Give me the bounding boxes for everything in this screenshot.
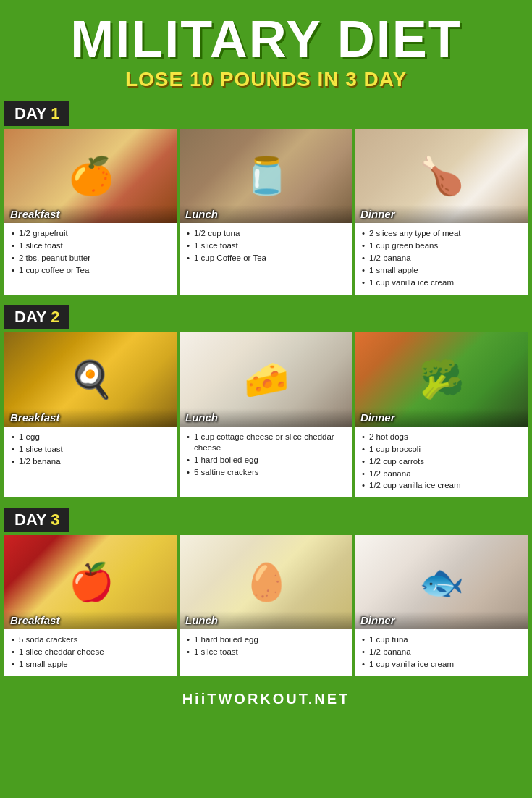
meal-photo-day3-dinner: 🐟Dinner [355,535,528,629]
day-1-meal-grid: 🍊Breakfast1/2 grapefruit1 slice toast2 t… [4,129,528,295]
list-item: 1 hard boiled egg [185,454,347,466]
list-item: 1 slice toast [185,646,347,658]
meal-items-day2-breakfast: 1 egg1 slice toast1/2 banana [4,427,177,474]
meal-card-day2-breakfast: 🍳Breakfast1 egg1 slice toast1/2 banana [4,332,177,498]
list-item: 1 cup broccoli [360,443,522,455]
meal-items-day3-lunch: 1 hard boiled egg1 slice toast [180,629,352,664]
list-item: 1/2 grapefruit [10,227,172,240]
main-title: MILITARY DIET [7,13,525,65]
list-item: 1 cup vanilla ice cream [360,277,522,289]
list-item: 2 slices any type of meat [360,227,522,240]
meal-photo-day3-breakfast: 🍎Breakfast [4,535,177,629]
header: MILITARY DIET LOSE 10 POUNDS IN 3 DAY [0,0,532,97]
list-item: 1 cup Coffee or Tea [185,252,347,264]
subtitle: LOSE 10 POUNDS IN 3 DAY [7,68,525,91]
list-item: 2 hot dogs [360,431,522,443]
meal-name-day1-breakfast: Breakfast [4,205,177,223]
meal-card-day1-dinner: 🍗Dinner2 slices any type of meat1 cup gr… [355,129,528,295]
list-item: 1 small apple [360,264,522,277]
meal-card-day3-dinner: 🐟Dinner1 cup tuna1/2 banana1 cup vanilla… [355,535,528,676]
list-item: 1 slice toast [10,443,172,455]
meal-card-day3-lunch: 🥚Lunch1 hard boiled egg1 slice toast [180,535,352,676]
list-item: 1 cup vanilla ice cream [360,658,522,671]
meal-items-day3-dinner: 1 cup tuna1/2 banana1 cup vanilla ice cr… [355,629,528,676]
meal-items-day2-dinner: 2 hot dogs1 cup broccoli1/2 cup carrots1… [355,427,528,498]
list-item: 1/2 banana [360,252,522,264]
footer: HiiTWORKOUT.NET [0,682,532,716]
meal-photo-day1-breakfast: 🍊Breakfast [4,129,177,223]
meal-items-day3-breakfast: 5 soda crackers1 slice cheddar cheese1 s… [4,629,177,676]
meal-card-day1-lunch: 🫙Lunch1/2 cup tuna1 slice toast1 cup Cof… [180,129,352,295]
meal-name-day3-breakfast: Breakfast [4,611,177,629]
day-2-meal-grid: 🍳Breakfast1 egg1 slice toast1/2 banana🧀L… [4,332,528,498]
meal-name-day2-breakfast: Breakfast [4,408,177,427]
list-item: 1 slice toast [10,240,172,252]
meal-items-day2-lunch: 1 cup cottage cheese or slice cheddar ch… [180,427,352,484]
day-3-section: DAY 3🍎Breakfast5 soda crackers1 slice ch… [0,503,532,682]
day-2-label: DAY 2 [4,305,69,329]
meal-name-day2-lunch: Lunch [180,408,352,427]
day-3-meal-grid: 🍎Breakfast5 soda crackers1 slice cheddar… [4,535,528,676]
meal-card-day3-breakfast: 🍎Breakfast5 soda crackers1 slice cheddar… [4,535,177,676]
list-item: 1/2 cup carrots [360,455,522,468]
list-item: 1 hard boiled egg [185,634,347,646]
day-1-section: DAY 1🍊Breakfast1/2 grapefruit1 slice toa… [0,97,532,301]
list-item: 1/2 banana [360,468,522,480]
list-item: 1 cup coffee or Tea [10,264,172,277]
meal-name-day3-dinner: Dinner [355,611,528,629]
meal-items-day1-dinner: 2 slices any type of meat1 cup green bea… [355,223,528,295]
list-item: 1/2 cup vanilla ice cream [360,479,522,492]
list-item: 1/2 cup tuna [185,227,347,240]
list-item: 2 tbs. peanut butter [10,252,172,264]
meal-card-day2-lunch: 🧀Lunch1 cup cottage cheese or slice ched… [180,332,352,498]
meal-card-day1-breakfast: 🍊Breakfast1/2 grapefruit1 slice toast2 t… [4,129,177,295]
list-item: 1 cup tuna [360,634,522,646]
list-item: 1/2 banana [360,646,522,658]
day-1-label: DAY 1 [4,101,69,126]
meal-name-day2-dinner: Dinner [355,408,528,427]
meal-items-day1-breakfast: 1/2 grapefruit1 slice toast2 tbs. peanut… [4,223,177,282]
list-item: 1 egg [10,431,172,443]
list-item: 1 cup green beans [360,240,522,252]
day-3-label: DAY 3 [4,508,69,532]
meal-photo-day2-lunch: 🧀Lunch [180,332,352,427]
list-item: 5 saltine crackers [185,466,347,479]
list-item: 1 cup cottage cheese or slice cheddar ch… [185,431,347,454]
meal-photo-day1-dinner: 🍗Dinner [355,129,528,223]
meal-photo-day1-lunch: 🫙Lunch [180,129,352,223]
list-item: 5 soda crackers [10,634,172,646]
meal-photo-day3-lunch: 🥚Lunch [180,535,352,629]
meal-photo-day2-breakfast: 🍳Breakfast [4,332,177,427]
meal-name-day1-lunch: Lunch [180,205,352,223]
meal-card-day2-dinner: 🥦Dinner2 hot dogs1 cup broccoli1/2 cup c… [355,332,528,498]
list-item: 1 small apple [10,658,172,671]
list-item: 1/2 banana [10,455,172,468]
meal-name-day1-dinner: Dinner [355,205,528,223]
meal-items-day1-lunch: 1/2 cup tuna1 slice toast1 cup Coffee or… [180,223,352,270]
meal-name-day3-lunch: Lunch [180,611,352,629]
day-2-section: DAY 2🍳Breakfast1 egg1 slice toast1/2 ban… [0,301,532,504]
meal-photo-day2-dinner: 🥦Dinner [355,332,528,427]
list-item: 1 slice toast [185,240,347,252]
list-item: 1 slice cheddar cheese [10,646,172,658]
